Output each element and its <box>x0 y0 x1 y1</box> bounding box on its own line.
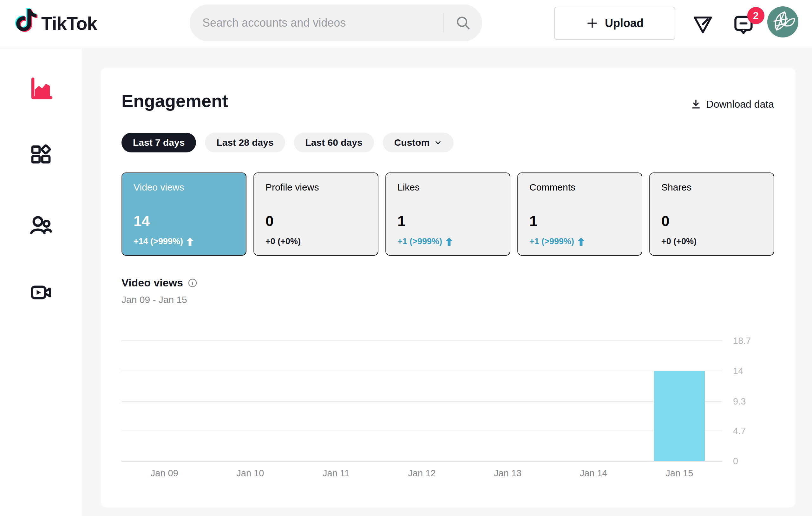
metric-card-comments[interactable]: Comments 1 +1 (>999%) <box>517 172 642 255</box>
metric-label: Profile views <box>265 182 366 193</box>
avatar[interactable] <box>767 6 799 37</box>
sidebar-item-followers[interactable] <box>0 204 82 245</box>
range-pill-last-60-days[interactable]: Last 60 days <box>294 133 374 153</box>
metric-delta: +0 (+0%) <box>661 237 762 246</box>
chart-gridline <box>121 401 722 402</box>
info-icon[interactable] <box>187 278 198 288</box>
tiktok-logo-text: TikTok <box>41 13 97 34</box>
search-bar <box>190 4 482 41</box>
engagement-card: Engagement Download data Last 7 days Las… <box>101 67 795 508</box>
x-axis-label: Jan 12 <box>379 468 465 479</box>
download-label: Download data <box>706 99 774 110</box>
x-axis-label: Jan 10 <box>207 468 293 479</box>
metric-delta-text: +1 (>999%) <box>529 237 574 246</box>
chart-gridline <box>121 431 722 431</box>
range-pill-label: Last 60 days <box>306 137 362 148</box>
page-title: Engagement <box>121 90 228 111</box>
chart-plot: 18.7149.34.70 <box>121 341 722 461</box>
download-data-button[interactable]: Download data <box>690 98 774 110</box>
sidebar-item-live[interactable] <box>0 272 82 313</box>
chart-gridline <box>121 461 722 462</box>
metric-value: 1 <box>529 212 630 229</box>
download-icon <box>690 98 702 110</box>
sidebar <box>0 49 82 516</box>
metric-delta-text: +0 (+0%) <box>265 237 301 246</box>
metric-value: 1 <box>398 212 498 229</box>
metric-value: 0 <box>265 212 366 229</box>
y-axis-label: 0 <box>733 456 738 466</box>
sidebar-item-content[interactable] <box>0 134 82 175</box>
chart-gridline <box>121 341 722 341</box>
inbox-button[interactable]: 2 <box>731 11 756 37</box>
range-pill-label: Last 28 days <box>216 137 273 148</box>
x-axis-label: Jan 15 <box>636 468 722 479</box>
arrow-up-icon <box>445 238 453 246</box>
tiktok-logo[interactable]: TikTok <box>11 8 97 39</box>
chart-xlabels: Jan 09Jan 10Jan 11Jan 12Jan 13Jan 14Jan … <box>121 468 722 479</box>
metric-label: Likes <box>398 182 498 193</box>
metric-label: Comments <box>529 182 630 193</box>
arrow-up-icon <box>186 238 194 246</box>
metric-label: Shares <box>661 182 762 193</box>
upload-button[interactable]: Upload <box>554 7 675 40</box>
section-title-text: Video views <box>121 277 183 289</box>
metric-delta-text: +1 (>999%) <box>398 237 442 246</box>
date-range-pills: Last 7 days Last 28 days Last 60 days Cu… <box>121 133 454 153</box>
metric-card-likes[interactable]: Likes 1 +1 (>999%) <box>385 172 510 255</box>
metric-delta: +1 (>999%) <box>529 237 630 246</box>
paper-plane-icon <box>691 12 715 36</box>
notification-badge: 2 <box>747 7 764 24</box>
y-axis-label: 9.3 <box>733 396 746 406</box>
content-grid-icon <box>29 143 52 166</box>
y-axis-label: 4.7 <box>733 426 746 436</box>
date-range: Jan 09 - Jan 15 <box>121 294 187 305</box>
app-header: TikTok Upload <box>0 0 812 48</box>
metric-delta: +0 (+0%) <box>265 237 366 246</box>
chart-bar[interactable] <box>654 371 705 461</box>
search-icon <box>455 15 471 31</box>
sidebar-item-analytics[interactable] <box>0 68 82 109</box>
metric-delta-text: +0 (+0%) <box>661 237 697 246</box>
x-axis-label: Jan 13 <box>465 468 551 479</box>
metric-cards: Video views 14 +14 (>999%) Profile views… <box>121 172 774 255</box>
metric-value: 0 <box>661 212 762 229</box>
metric-label: Video views <box>134 182 234 193</box>
tiktok-note-icon <box>11 8 38 39</box>
chart-gridline <box>121 371 722 371</box>
metric-card-video-views[interactable]: Video views 14 +14 (>999%) <box>121 172 246 255</box>
y-axis-label: 14 <box>733 366 743 376</box>
range-pill-label: Last 7 days <box>133 137 184 148</box>
y-axis-label: 18.7 <box>733 336 751 346</box>
x-axis-label: Jan 14 <box>551 468 637 479</box>
chevron-down-icon <box>434 138 442 147</box>
leaf-avatar-image <box>767 6 799 37</box>
upload-label: Upload <box>605 17 644 30</box>
metric-card-profile-views[interactable]: Profile views 0 +0 (+0%) <box>254 172 378 255</box>
x-axis-label: Jan 11 <box>293 468 379 479</box>
range-pill-custom[interactable]: Custom <box>383 133 454 153</box>
arrow-up-icon <box>577 238 585 246</box>
range-pill-last-28-days[interactable]: Last 28 days <box>205 133 285 153</box>
x-axis-label: Jan 09 <box>121 468 207 479</box>
analytics-chart-icon <box>29 77 53 101</box>
metric-delta-text: +14 (>999%) <box>134 237 183 246</box>
metric-value: 14 <box>134 212 234 229</box>
live-camera-icon <box>29 281 52 304</box>
search-input[interactable] <box>190 16 443 30</box>
metric-delta: +1 (>999%) <box>398 237 498 246</box>
followers-icon <box>29 212 53 237</box>
plus-icon <box>586 17 599 30</box>
metric-card-shares[interactable]: Shares 0 +0 (+0%) <box>649 172 774 255</box>
range-pill-label: Custom <box>394 137 430 148</box>
search-button[interactable] <box>444 4 482 41</box>
promote-button[interactable] <box>690 11 716 37</box>
range-pill-last-7-days[interactable]: Last 7 days <box>121 133 196 153</box>
metric-delta: +14 (>999%) <box>134 237 234 246</box>
chart-section-title: Video views <box>121 277 198 289</box>
